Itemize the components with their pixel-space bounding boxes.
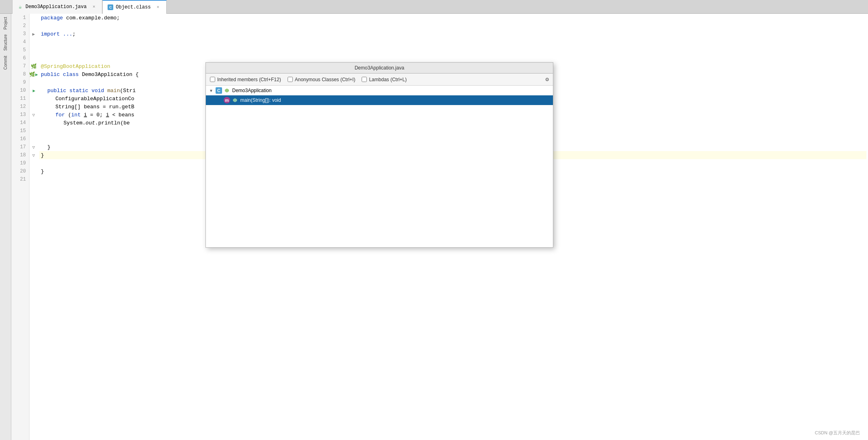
file-structure-popup: Demo3Application.java Inherited members … [205, 62, 553, 248]
leaf-child-svg-icon [233, 98, 237, 103]
anonymous-label: Anonymous Classes (Ctrl+I) [295, 77, 356, 82]
left-sidebar: Project Structure Commit [0, 14, 11, 440]
tab-demo3-application[interactable]: ☕ Demo3Application.java × [12, 0, 102, 14]
line-numbers: 1 2 3 4 5 6 7 8 9 10 11 12 13 14 15 16 1… [11, 14, 30, 440]
gutter-2 [30, 22, 38, 30]
tab-object-label: Object.class [116, 4, 150, 10]
code-editor[interactable]: 1 2 3 4 5 6 7 8 9 10 11 12 13 14 15 16 1… [11, 14, 868, 440]
svg-marker-1 [233, 98, 237, 102]
tree-class-icon: C [216, 87, 222, 94]
inherited-label: Inherited members (Ctrl+F12) [217, 77, 281, 82]
code-line-1: package com.example.demo; [39, 14, 866, 22]
line-num-6: 6 [15, 54, 26, 62]
anonymous-checkbox-input[interactable] [288, 77, 293, 82]
line-num-18: 18 [15, 151, 26, 159]
line-num-11: 11 [15, 95, 26, 103]
gutter-4 [30, 38, 38, 46]
gutter-17: ▽ [30, 143, 38, 151]
line-num-3: 3 [15, 30, 26, 38]
code-line-5 [39, 46, 866, 54]
code-span: } [47, 144, 51, 150]
inherited-members-checkbox[interactable]: Inherited members (Ctrl+F12) [210, 77, 281, 82]
gutter-16 [30, 135, 38, 143]
code-span: System. [64, 120, 86, 126]
code-span: static [70, 88, 92, 94]
gutter-12 [30, 103, 38, 111]
popup-toolbar: Inherited members (Ctrl+F12) Anonymous C… [206, 74, 553, 86]
gutter-1 [30, 14, 38, 22]
code-span: .println(be [95, 120, 130, 126]
line-num-14: 14 [15, 119, 26, 127]
line-num-2: 2 [15, 22, 26, 30]
gutter-9 [30, 78, 38, 86]
code-span: out [86, 120, 95, 126]
fold-icon-3[interactable]: ▶ [32, 32, 35, 37]
code-line-6 [39, 54, 866, 62]
svg-marker-0 [225, 88, 229, 93]
class-file-icon: C [108, 4, 113, 10]
gutter-21 [30, 175, 38, 183]
tab-bar: ☕ Demo3Application.java × C Object.class… [0, 0, 868, 14]
code-span: import [41, 31, 63, 37]
code-span: for [55, 112, 68, 118]
gutter-5 [30, 46, 38, 54]
code-span: @SpringBootApplication [41, 63, 110, 69]
gutter-icons: ▶ 🌿 🌿 ▶ ▶ ▽ [30, 14, 38, 440]
line-num-8: 8 [15, 70, 26, 78]
code-span: com.example.demo; [66, 15, 120, 21]
sidebar-commit[interactable]: Commit [2, 54, 8, 71]
lambdas-checkbox[interactable]: Lambdas (Ctrl+L) [362, 77, 406, 82]
code-span: public [41, 72, 63, 78]
line-num-1: 1 [15, 14, 26, 22]
code-span: ConfigurableApplicationCo [55, 96, 134, 102]
gutter-3: ▶ [30, 30, 38, 38]
line-num-12: 12 [15, 103, 26, 111]
code-span: ; [72, 31, 76, 37]
code-span: i [84, 112, 87, 118]
anonymous-classes-checkbox[interactable]: Anonymous Classes (Ctrl+I) [288, 77, 356, 82]
gutter-19 [30, 159, 38, 167]
gutter-20 [30, 167, 38, 175]
tab-object-class[interactable]: C Object.class × [102, 0, 166, 14]
tree-child-label: main(String[]): void [240, 97, 281, 103]
code-span: } [41, 152, 44, 158]
inherited-checkbox-input[interactable] [210, 77, 215, 82]
fold-icon-17[interactable]: ▽ [32, 145, 35, 150]
code-span: Demo3Application { [82, 72, 138, 78]
line-num-20: 20 [15, 167, 26, 175]
code-span: int [71, 112, 84, 118]
fold-icon-18[interactable]: ▽ [32, 153, 35, 158]
gutter-14 [30, 119, 38, 127]
editor-container: Project Structure Commit 1 2 3 4 5 6 7 8… [0, 14, 868, 440]
sidebar-project[interactable]: Project [2, 15, 8, 31]
line-num-19: 19 [15, 159, 26, 167]
line-num-5: 5 [15, 46, 26, 54]
run-icon-10[interactable]: ▶ [33, 88, 36, 93]
gutter-18: ▽ [30, 151, 38, 159]
spring-run-icon-8[interactable]: 🌿 [29, 72, 35, 78]
tree-child-leaf-icon [233, 98, 239, 103]
tab-demo3-close[interactable]: × [91, 4, 97, 10]
lambdas-label: Lambdas (Ctrl+L) [369, 77, 406, 82]
code-span: ( [68, 112, 71, 118]
sidebar-structure[interactable]: Structure [2, 33, 8, 53]
fold-icon-13[interactable]: ▽ [32, 112, 35, 118]
line-num-21: 21 [15, 175, 26, 183]
code-line-3: import ...; [39, 30, 866, 38]
line-num-16: 16 [15, 135, 26, 143]
tree-root-item[interactable]: ▼ C Demo3Application [206, 86, 553, 95]
code-span: void [91, 88, 107, 94]
code-span: i [106, 112, 109, 118]
code-span: } [41, 168, 44, 175]
lambdas-checkbox-input[interactable] [362, 77, 367, 82]
tab-object-close[interactable]: × [155, 4, 161, 11]
watermark: CSDN @五月天的昆巴 [815, 430, 860, 436]
code-span: public [47, 88, 70, 94]
tree-child-main[interactable]: m main(String[]): void [206, 95, 553, 105]
tree-expand-icon: ▼ [209, 88, 214, 93]
tree-method-icon: m [224, 97, 230, 103]
gutter-10: ▶ [30, 86, 38, 95]
line-num-4: 4 [15, 38, 26, 46]
settings-gear-icon[interactable]: ⚙ [546, 76, 549, 83]
line-num-13: 13 [15, 111, 26, 119]
